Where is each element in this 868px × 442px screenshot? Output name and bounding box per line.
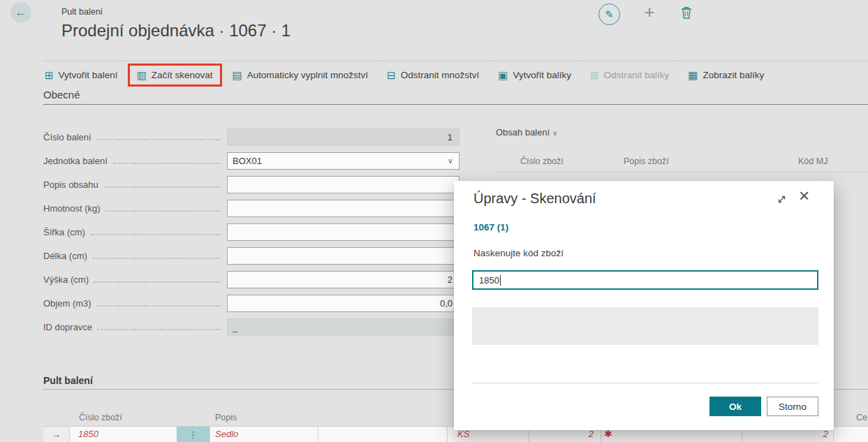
vyska-field[interactable]: 2 [227,271,459,288]
action-create-parcels[interactable]: ▣ Vytvořit balíky [488,64,580,87]
id-dopravce-field[interactable]: _ [227,318,459,336]
sirka-field[interactable] [227,223,459,241]
field-row-vyska: Výška (cm) 2 [43,271,459,288]
scan-prompt-label: Naskenujte kód zboží [473,248,564,258]
obsah-header-divider [496,172,868,172]
action-toolbar: ⊞ Vytvořit balení ▥ Začít skenovat ▤ Aut… [43,64,773,87]
chevron-down-icon[interactable]: ∨ [448,156,459,165]
autofill-quantity-icon: ▤ [233,70,242,80]
remove-quantity-icon: ⊟ [387,70,396,80]
document-link[interactable]: 1067 (1) [473,222,508,233]
obsah-col-popis-zbozi[interactable]: Popis zboží [624,156,669,166]
hmotnost-field[interactable] [227,200,459,217]
pencil-icon: ✎ [605,8,614,21]
ok-button[interactable]: Ok [709,397,761,416]
pult-col-cena-partial[interactable]: Ce [856,413,867,422]
obsah-col-cislo-zbozi[interactable]: Číslo zboží [520,156,564,166]
field-row-sirka: Šířka (cm) [43,223,459,241]
page-title: Prodejní objednávka · 1067 · 1 [61,21,290,40]
scan-dialog: Úpravy - Skenování × 1067 (1) Naskenujte… [454,181,834,430]
barcode-scan-icon: ▥ [137,70,147,80]
breadcrumb[interactable]: Pult balení [61,7,103,17]
row-indicator: → [43,427,70,442]
field-row-popis-obsahu: Popis obsahu [43,176,459,193]
cell-popis[interactable]: Sedlo [215,429,238,439]
dialog-title: Úpravy - Skenování [473,191,596,207]
field-row-id-dopravce: ID dopravce _ [43,318,459,336]
field-row-objem: Objem (m3) 0,0 [43,295,459,312]
action-create-package[interactable]: ⊞ Vytvořit balení [43,64,127,87]
action-remove-quantity[interactable]: ⊟ Odstranit množství [377,64,488,87]
header-divider [43,61,868,61]
objem-field[interactable]: 0,0 [227,295,459,312]
cislo-baleni-field: 1 [227,128,459,146]
cell-cislo-zbozi[interactable]: 1850 [78,429,98,439]
action-start-scanning[interactable]: ▥ Začít skenovat [130,66,220,84]
packing-station-page: ← Pult balení Prodejní objednávka · 1067… [0,0,868,442]
back-button[interactable]: ← [10,2,31,23]
pult-col-cislo-zbozi[interactable]: Číslo zboží [79,413,122,422]
delete-button[interactable] [679,5,694,20]
action-show-parcels[interactable]: ▦ Zobrazit balíky [678,64,773,87]
cancel-button[interactable]: Storno [767,397,818,416]
obsah-baleni-toggle[interactable]: Obsah balení ∨ [496,127,557,138]
row-arrow-icon: → [52,429,61,440]
edit-button[interactable]: ✎ [598,3,620,25]
general-divider [43,104,868,105]
cell-menu-ellipsis[interactable]: ⋮ [177,427,209,442]
scan-code-input[interactable]: 1850 [472,270,818,290]
pult-col-popis[interactable]: Popis [215,413,237,422]
expand-dialog-button[interactable] [777,194,787,207]
close-icon: × [799,185,809,206]
cell-mnozstvi-2[interactable]: 2 [742,429,828,439]
jednotka-baleni-dropdown[interactable]: BOX01 ∨ [227,152,459,170]
remove-parcels-icon: ⊠ [590,70,599,80]
field-row-delka: Délka (cm) [43,247,459,265]
text-caret [500,275,501,286]
trash-icon [680,6,693,20]
action-remove-parcels: ⊠ Odstranit balíky [580,64,678,87]
add-button[interactable]: + [640,1,659,22]
action-autofill-quantity[interactable]: ▤ Automaticky vyplnit množství [223,64,378,87]
close-dialog-button[interactable]: × [799,186,809,205]
cell-mnozstvi[interactable]: 2 [529,429,594,439]
ellipsis-icon: ⋮ [189,429,198,440]
create-package-icon: ⊞ [45,70,54,80]
plus-icon: + [644,1,654,23]
highlight-box: ▥ Začít skenovat [128,64,222,87]
create-parcels-icon: ▣ [498,70,508,80]
section-pult-baleni[interactable]: Pult balení [43,375,93,386]
delka-field[interactable] [227,247,459,265]
expand-icon [777,194,787,205]
popis-obsahu-field[interactable] [227,176,459,193]
show-parcels-icon: ▦ [688,70,698,80]
cell-kod-mj[interactable]: KS [457,429,469,439]
section-general[interactable]: Obecné [43,89,80,101]
chevron-down-icon: ∨ [552,129,557,137]
field-row-cislo-baleni: Číslo balení 1 [43,128,459,146]
dialog-footer-divider [472,383,818,383]
scan-result-area [472,307,818,345]
field-row-hmotnost: Hmotnost (kg) [43,200,459,217]
obsah-col-kod-mj[interactable]: Kód MJ [798,156,827,166]
back-arrow-icon: ← [15,6,27,20]
field-row-jednotka-baleni: Jednotka balení BOX01 ∨ [43,152,459,170]
